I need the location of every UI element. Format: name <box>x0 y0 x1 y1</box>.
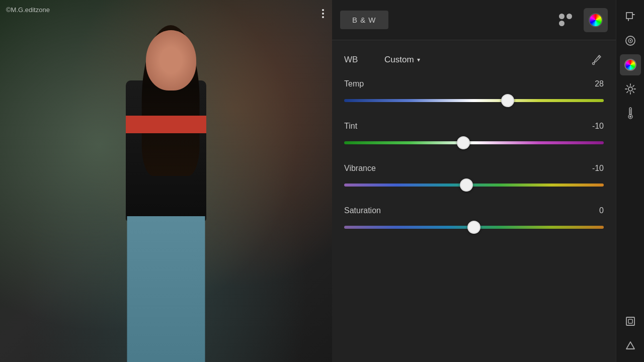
svg-rect-1 <box>626 13 632 19</box>
wb-preset-text: Custom <box>384 55 414 65</box>
slider-row-vibrance: Vibrance -10 <box>344 164 604 192</box>
svg-point-0 <box>593 63 595 65</box>
slider-track-wrap-saturation[interactable] <box>344 220 604 234</box>
svg-point-5 <box>628 87 632 91</box>
svg-point-4 <box>629 40 631 42</box>
slider-track-tint <box>344 141 604 144</box>
three-dot-menu[interactable] <box>320 6 326 21</box>
watermark: ©M.G.editzone <box>6 6 50 14</box>
wb-dropdown[interactable]: Custom ▾ <box>384 55 589 65</box>
svg-rect-8 <box>630 109 630 114</box>
svg-marker-12 <box>626 342 634 349</box>
healing-icon <box>624 35 636 47</box>
slider-header-saturation: Saturation 0 <box>344 206 604 215</box>
slider-thumb-temp[interactable] <box>501 94 514 107</box>
slider-row-saturation: Saturation 0 <box>344 206 604 234</box>
three-circles-button[interactable] <box>553 8 578 32</box>
slider-thumb-tint[interactable] <box>457 136 470 149</box>
slider-value-tint: -10 <box>584 122 604 131</box>
eyedropper-button[interactable] <box>589 52 604 67</box>
crop-icon <box>624 11 636 23</box>
crop-button[interactable] <box>620 6 641 27</box>
slider-label-temp: Temp <box>344 79 364 88</box>
slider-value-vibrance: -10 <box>584 164 604 173</box>
svg-rect-11 <box>628 319 632 323</box>
slider-header-temp: Temp 28 <box>344 79 604 88</box>
slider-track-temp <box>344 99 604 102</box>
frame-icon <box>625 316 636 327</box>
svg-point-9 <box>629 116 631 118</box>
slider-track-wrap-tint[interactable] <box>344 136 604 150</box>
three-circles-icon <box>559 14 572 27</box>
slider-label-saturation: Saturation <box>344 206 381 215</box>
slider-value-temp: 28 <box>584 79 604 88</box>
healing-button[interactable] <box>620 30 641 51</box>
slider-thumb-vibrance[interactable] <box>460 178 473 192</box>
slider-track-vibrance <box>344 184 604 187</box>
light-button[interactable] <box>620 78 641 100</box>
wb-row: WB Custom ▾ <box>344 52 604 67</box>
chevron-down-icon: ▾ <box>417 56 420 63</box>
slider-thumb-saturation[interactable] <box>467 221 480 234</box>
top-toolbar: B & W <box>332 0 616 40</box>
triangle-icon <box>625 340 635 350</box>
compare-button[interactable] <box>620 335 641 356</box>
figure-pants <box>127 216 205 362</box>
temperature-button[interactable] <box>620 103 641 124</box>
side-toolbar <box>616 0 644 362</box>
slider-label-tint: Tint <box>344 122 357 131</box>
color-wheel-icon <box>589 13 603 27</box>
slider-row-tint: Tint -10 <box>344 122 604 150</box>
bw-button[interactable]: B & W <box>340 11 388 29</box>
sun-icon <box>624 83 636 95</box>
color-grade-button[interactable] <box>620 54 641 75</box>
figure-head <box>146 30 196 90</box>
wb-label: WB <box>344 55 384 65</box>
slider-header-tint: Tint -10 <box>344 122 604 131</box>
figure-stripe <box>126 116 206 133</box>
eyedropper-icon <box>591 54 602 65</box>
right-panel: B & W WB Custom ▾ <box>332 0 644 362</box>
controls-area: WB Custom ▾ Temp <box>332 40 616 362</box>
thermometer-icon <box>625 107 636 120</box>
edit-panel: B & W WB Custom ▾ <box>332 0 616 362</box>
slider-value-saturation: 0 <box>584 206 604 215</box>
sliders-container: Temp 28 Tint -10 Vibrance -10 <box>344 79 604 234</box>
slider-track-wrap-vibrance[interactable] <box>344 178 604 192</box>
photo-panel: ©M.G.editzone <box>0 0 332 362</box>
svg-rect-10 <box>626 317 634 325</box>
color-grade-icon <box>624 59 636 71</box>
slider-label-vibrance: Vibrance <box>344 164 376 173</box>
color-wheel-button[interactable] <box>584 8 608 32</box>
frame-button[interactable] <box>620 311 641 332</box>
slider-header-vibrance: Vibrance -10 <box>344 164 604 173</box>
slider-track-wrap-temp[interactable] <box>344 94 604 108</box>
slider-row-temp: Temp 28 <box>344 79 604 108</box>
